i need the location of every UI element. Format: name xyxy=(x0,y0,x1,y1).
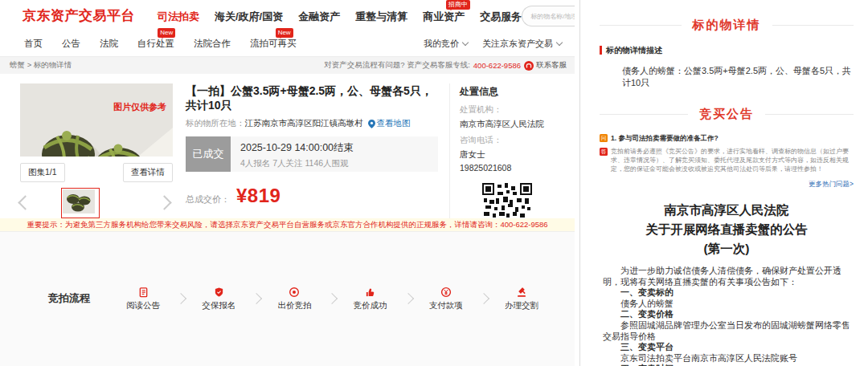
subnav-self-disposal[interactable]: New 自行处置 xyxy=(137,38,174,50)
new-badge: New xyxy=(276,28,293,38)
lot-detail-column: 【一拍】公蟹3.5两+母蟹2.5两，公、母蟹各5只，共计10只 标的物所在地： … xyxy=(173,83,449,218)
sub-nav: 首页 公告 法院 New 自行处置 法院合作 New 流拍可再买 xyxy=(24,38,297,50)
view-map-link[interactable]: 查看地图 xyxy=(365,118,411,129)
chevron-down-icon xyxy=(462,39,469,45)
breadcrumb[interactable]: 螃蟹 > 标的物详情 xyxy=(10,60,72,71)
announcement-heading: 二、变卖价格 xyxy=(603,309,850,320)
thumbnail-strip xyxy=(20,188,173,218)
more-questions-link[interactable]: 更多热门问题> xyxy=(600,180,854,189)
announcement-heading: 一、变卖标的 xyxy=(603,287,850,299)
chevron-right-icon xyxy=(403,293,414,304)
chevron-right-icon xyxy=(478,293,489,304)
subnav-announcements[interactable]: 公告 xyxy=(62,38,80,50)
headset-icon xyxy=(524,61,534,71)
product-image[interactable]: JD.COM 京东 图片仅供参考 xyxy=(20,83,173,157)
chevron-right-icon xyxy=(175,293,186,304)
nav-financial-assets[interactable]: 金融资产 xyxy=(298,10,340,24)
mobile-bid-qr-code xyxy=(482,183,532,218)
location-value: 江苏南京市高淳区阳江镇高墩村 xyxy=(245,118,363,129)
search-bar xyxy=(522,6,575,26)
hotline-help-text: 对资产交易流程有问题? 资产交易客服专线: xyxy=(324,60,470,71)
lot-description-label: 标的物详情描述 xyxy=(600,46,854,55)
step-label: 支付款项 xyxy=(429,300,463,311)
my-bids-dropdown[interactable]: 我的竞价 xyxy=(424,38,468,50)
step-bid: 出价竞拍 xyxy=(268,286,320,311)
disposal-contact-name: 唐女士 xyxy=(460,148,555,160)
prev-thumbnail-arrow[interactable] xyxy=(18,195,32,209)
subnav-home[interactable]: 首页 xyxy=(24,38,43,50)
site-logo[interactable]: 京东资产交易平台 xyxy=(23,6,135,25)
chevron-right-icon xyxy=(251,293,262,304)
notice-section-title: 竞买公告 xyxy=(699,107,754,122)
faq-block: 问 1. 参与司法拍卖需要做的准备工作? 答 竞拍前请务必遵照《竞买公告》的要求… xyxy=(600,133,854,189)
step-deposit-signup: 交保报名 xyxy=(193,286,244,311)
contact-service-link[interactable]: 联系客服 xyxy=(524,60,567,71)
announcement-title-line1: 南京市高淳区人民法院 xyxy=(600,201,854,220)
search-input[interactable] xyxy=(522,6,575,26)
risk-warning-banner: 重要提示：为避免第三方服务机构给您带来交易风险，请选择京东资产交易平台自营服务或… xyxy=(0,218,575,231)
step-payment: 支付款项 xyxy=(420,286,472,311)
chevron-right-icon xyxy=(326,293,338,304)
header-user-links: 我的竞价 关注京东资产交易 xyxy=(424,38,562,50)
view-map-label: 查看地图 xyxy=(377,118,411,129)
disposal-org-label: 处置机构： xyxy=(460,104,555,116)
subnav-rebuy[interactable]: New 流拍可再买 xyxy=(250,38,297,50)
top-header: 京东资产交易平台 司法拍卖 海关/政府/国资 金融资产 重整与清算 招商中 商业… xyxy=(0,0,575,31)
new-badge: New xyxy=(158,28,175,38)
announcement-icon xyxy=(138,286,149,298)
subnav-self-disposal-label: 自行处置 xyxy=(137,39,174,48)
step-label: 出价竞拍 xyxy=(277,300,311,311)
next-thumbnail-arrow[interactable] xyxy=(157,195,171,209)
nav-restructuring[interactable]: 重整与清算 xyxy=(355,10,407,24)
step-transfer: 办理交割 xyxy=(496,286,547,311)
gallery-actions: 图集1/1 查看详情 xyxy=(20,163,173,182)
final-price-row: 总成交价： ¥819 xyxy=(186,185,438,207)
view-detail-button[interactable]: 查看详情 xyxy=(123,163,173,182)
announcement-paragraph: 参照固城湖品牌管理办公室当日发布的固城湖螃蟹网络零售交易指导价格 xyxy=(603,320,850,342)
service-hotline-area: 对资产交易流程有问题? 资产交易客服专线: 400-622-9586 联系客服 xyxy=(324,60,567,71)
subnav-courts[interactable]: 法院 xyxy=(100,38,118,50)
lot-main-content: JD.COM 京东 图片仅供参考 图集1/1 查看详情 xyxy=(0,74,575,218)
announcement-paragraph: 京东司法拍卖平台南京市高淳区人民法院账号 xyxy=(603,353,850,364)
location-pin-icon xyxy=(368,120,375,128)
disposal-contact-phone: 19825021608 xyxy=(460,162,555,173)
announcement-body: 为进一步助力诚信债务人清偿债务，确保财产处置公开透明，现将有关网络直播卖蟹的有关… xyxy=(600,266,854,366)
nav-commercial-assets[interactable]: 招商中 商业资产 xyxy=(423,10,465,24)
album-tab[interactable]: 图集1/1 xyxy=(20,163,65,182)
main-nav: 司法拍卖 海关/政府/国资 金融资产 重整与清算 招商中 商业资产 交易服务 xyxy=(158,10,522,24)
nav-trade-services[interactable]: 交易服务 xyxy=(480,10,522,24)
gavel-icon xyxy=(516,286,527,298)
crab-photo: JD.COM 京东 xyxy=(20,83,173,157)
step-bid-success: 竞价成功 xyxy=(345,286,396,311)
hotline-number: 400-622-9586 xyxy=(473,61,521,70)
final-price-label: 总成交价： xyxy=(186,193,230,205)
pane-divider xyxy=(575,0,585,366)
divider xyxy=(600,114,688,115)
final-price-value: ¥819 xyxy=(236,185,280,207)
my-bids-label: 我的竞价 xyxy=(424,38,459,50)
disposal-org-value: 南京市高淳区人民法院 xyxy=(460,118,555,129)
nav-judicial-auction[interactable]: 司法拍卖 xyxy=(158,10,199,24)
thumbnail-selected[interactable] xyxy=(61,188,100,218)
lot-title: 【一拍】公蟹3.5两+母蟹2.5两，公、母蟹各5只，共计10只 xyxy=(186,83,438,112)
step-label: 办理交割 xyxy=(505,300,538,311)
announcement-paragraph: 为进一步助力诚信债务人清偿债务，确保财产处置公开透明，现将有关网络直播卖蟹的有关… xyxy=(603,266,850,287)
step-label: 交保报名 xyxy=(202,300,235,311)
nav-customs-gov[interactable]: 海关/政府/国资 xyxy=(215,10,283,24)
follow-dropdown[interactable]: 关注京东资产交易 xyxy=(482,38,562,50)
process-label: 竞拍流程 xyxy=(48,291,90,306)
lot-description-text: 债务人的螃蟹：公蟹3.5两+母蟹2.5两，公、母蟹各5只，共计10只 xyxy=(600,65,854,89)
subnav-court-cooperation[interactable]: 法院合作 xyxy=(194,38,231,50)
disposal-info-column: 处置信息 处置机构： 南京市高淳区人民法院 咨询电话： 唐女士 19825021… xyxy=(449,83,555,218)
lot-location-line: 标的物所在地： 江苏南京市高淳区阳江镇高墩村 查看地图 xyxy=(186,118,438,129)
crab-thumbnail-image xyxy=(63,189,95,214)
status-body: 2025-10-29 14:00:00结束 4人报名 7人关注 1146人围观 xyxy=(231,136,363,172)
follow-label: 关注京东资产交易 xyxy=(482,38,553,50)
shield-icon xyxy=(214,286,224,298)
recruiting-badge: 招商中 xyxy=(446,0,470,10)
announcement-title-line3: (第一次) xyxy=(600,239,854,258)
chevron-down-icon xyxy=(556,39,563,45)
status-badge: 已成交 xyxy=(186,136,231,172)
svg-text:JD.COM 京东: JD.COM 京东 xyxy=(59,155,129,157)
detail-section-title: 标的物详情 xyxy=(693,18,761,33)
